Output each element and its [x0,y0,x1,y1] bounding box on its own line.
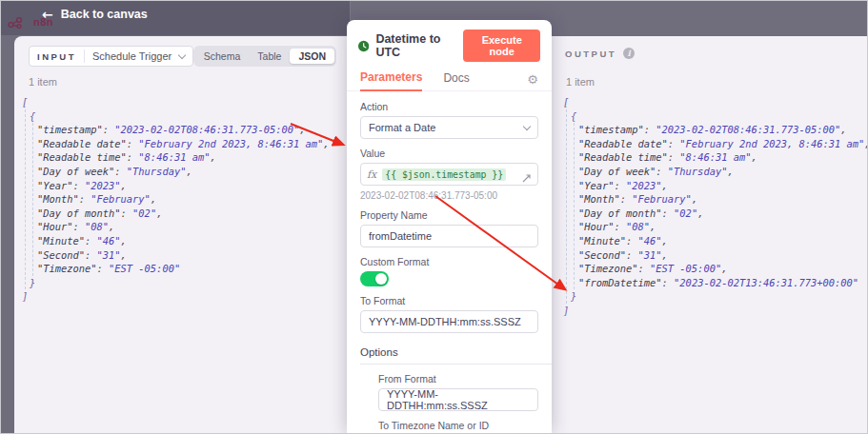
n8n-logo-icon [8,15,30,29]
json-line: "Day of month": "02", [22,207,330,221]
back-to-canvas-button[interactable]: ← Back to canvas [42,8,148,21]
json-line: "Hour": "08", [563,220,868,234]
json-line: "Second": "31", [22,248,330,263]
expression-value: {{ $json.timestamp }} [382,168,506,181]
app-window: n8n ← Back to canvas INPUT Schedule Trig… [0,0,868,434]
json-line: "Readable date": "February 2nd 2023, 8:4… [563,137,868,151]
divider [360,364,552,365]
from-format-value: YYYY-MM-DDTHH:mm:ss.SSSZ [387,388,530,411]
json-line: } [22,276,330,290]
json-line: [ [563,95,868,109]
custom-format-label: Custom Format [360,256,538,267]
expand-expression-icon[interactable] [522,173,532,183]
json-line: "Readable time": "8:46:31 am", [563,150,868,165]
chevron-down-icon [523,123,531,130]
json-line: "Year": "2023", [563,179,868,193]
fx-icon: fx [367,168,376,181]
input-view-tabs: Schema Table JSON [193,46,336,67]
output-label: OUTPUT [565,49,616,59]
node-parameters-form: Action Format a Date Value fx {{ $json.t… [347,91,552,434]
options-section-title: Options [360,346,538,358]
datetime-node-icon [358,40,369,52]
json-line: [ [22,95,330,109]
chevron-down-icon [178,50,186,58]
expression-result-hint: 2023-02-02T08:46:31.773-05:00 [360,190,538,201]
node-tabs: Parameters Docs ⚙ [347,69,552,91]
info-icon[interactable]: i [623,48,635,59]
node-detail-modal: Datetime to UTC Execute node Parameters … [347,20,552,433]
custom-format-toggle[interactable] [360,271,389,286]
tab-schema[interactable]: Schema [195,49,250,64]
tab-docs[interactable]: Docs [443,71,469,90]
input-json-viewer[interactable]: [{"timestamp": "2023-02-02T08:46:31.773-… [22,95,330,304]
json-line: "Day of week": "Thursday", [22,165,330,179]
json-line: "timestamp": "2023-02-02T08:46:31.773-05… [22,123,330,137]
input-source-value: Schedule Trigger [92,50,172,62]
json-line: ] [563,304,868,318]
output-json-viewer[interactable]: [{"timestamp": "2023-02-02T08:46:31.773-… [563,95,868,318]
property-name-label: Property Name [360,209,538,221]
json-line: "Second": "31", [563,248,868,263]
to-format-label: To Format [360,295,538,306]
action-label: Action [360,101,538,112]
gear-icon[interactable]: ⚙ [527,73,538,90]
divider [84,49,85,63]
json-line: { [22,109,330,124]
json-line: "Year": "2023", [22,179,330,193]
output-panel: OUTPUT i 1 item [{"timestamp": "2023-02-… [552,36,867,433]
property-name-value: fromDatetime [369,230,432,242]
value-label: Value [360,148,538,159]
json-line: { [563,109,868,124]
back-arrow-icon: ← [42,8,53,21]
json-line: "timestamp": "2023-02-02T08:46:31.773-05… [563,123,868,137]
output-items-count: 1 item [566,76,595,88]
from-format-label: From Format [378,373,538,385]
tab-json[interactable]: JSON [290,49,334,64]
json-line: "Readable time": "8:46:31 am", [22,150,330,165]
json-line: "Readable date": "February 2nd 2023, 8:4… [22,137,330,151]
input-source-select[interactable]: INPUT Schedule Trigger [29,46,193,67]
to-format-value: YYYY-MM-DDTHH:mm:ss.SSSZ [369,316,521,327]
tab-parameters[interactable]: Parameters [360,70,422,91]
action-select[interactable]: Format a Date [360,116,538,139]
json-line: "Day of month": "02", [563,207,868,221]
json-line: "Minute": "46", [22,234,330,248]
node-title: Datetime to UTC [375,32,456,59]
input-panel: INPUT Schedule Trigger Schema Table JSON… [14,36,347,433]
back-label: Back to canvas [61,8,148,21]
json-line: "Minute": "46", [563,234,868,248]
json-line: ] [22,289,330,304]
input-items-count: 1 item [29,76,57,88]
json-line: "Month": "February", [563,192,868,207]
json-line: "Timezone": "EST -05:00" [22,262,330,276]
execute-node-button[interactable]: Execute node [463,30,540,62]
action-value: Format a Date [369,122,435,133]
to-format-input[interactable]: YYYY-MM-DDTHH:mm:ss.SSSZ [360,310,538,333]
value-expression-input[interactable]: fx {{ $json.timestamp }} [360,163,538,186]
json-line: } [563,289,868,304]
tab-table[interactable]: Table [249,49,290,64]
json-line: "Day of week": "Thursday", [563,165,868,179]
from-format-input[interactable]: YYYY-MM-DDTHH:mm:ss.SSSZ [378,388,538,411]
to-timezone-label: To Timezone Name or ID [378,420,538,431]
json-line: "Timezone": "EST -05:00", [563,262,868,276]
json-line: "Month": "February", [22,192,330,207]
input-label: INPUT [37,51,76,62]
json-line: "Hour": "08", [22,220,330,234]
property-name-input[interactable]: fromDatetime [360,225,538,247]
json-line: "fromDatetime": "2023-02-02T13:46:31.773… [563,276,868,290]
